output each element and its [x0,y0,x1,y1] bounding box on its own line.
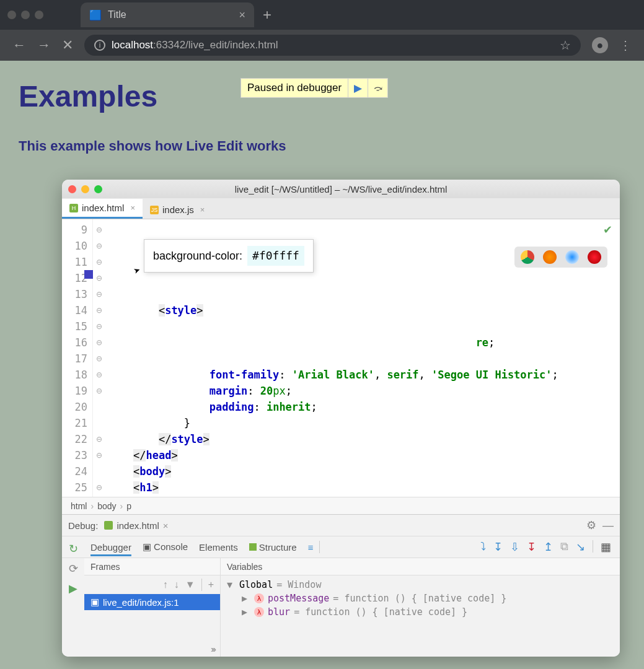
editor-tab-index-html[interactable]: H index.html × [62,199,143,219]
debug-side-toolbar: ⟳ ▶ [62,558,84,657]
url-input[interactable]: i localhost:63342/live_edit/index.html ☆ [84,35,581,56]
fold-marker-icon[interactable]: ⊖ [93,351,105,367]
ide-minimize-button[interactable] [81,185,89,193]
window-minimize-button[interactable] [21,11,30,19]
var-row-blur[interactable]: ▶ λ blur = function () { [native code] } [227,605,614,619]
stop-button[interactable]: ✕ [62,37,73,53]
code-line[interactable] [108,318,620,334]
code-line[interactable]: } [108,415,620,431]
code-line[interactable]: <style> [108,302,620,318]
add-icon[interactable]: + [208,579,214,590]
variables-tree[interactable]: ▼ Global = Window ▶ λ postMessage = func… [221,575,620,621]
no-problems-icon[interactable]: ✔ [603,223,612,237]
var-row-global[interactable]: ▼ Global = Window [227,578,614,592]
resume-icon[interactable]: ▶ [69,582,77,595]
fold-marker-icon[interactable]: ⊖ [93,383,105,399]
fold-marker-icon[interactable]: ⊖ [93,334,105,351]
chevron-down-icon[interactable]: ▼ [227,579,236,590]
close-tab-button[interactable]: × [239,9,245,22]
chevron-right-icon[interactable]: ▶ [242,593,250,604]
fold-marker-icon[interactable]: ⊖ [93,431,105,447]
code-line[interactable]: <h1> [108,479,620,496]
color-swatch-icon[interactable] [84,270,93,279]
new-tab-button[interactable]: + [263,6,271,24]
step-out-icon[interactable]: ↧ [527,540,536,554]
breadcrumb-item[interactable]: body [97,501,116,511]
ide-close-button[interactable] [68,185,76,193]
stack-frame[interactable]: ▣ live_edit/index.js:1 [84,594,220,610]
evaluate-icon[interactable]: ⧉ [560,540,568,554]
step-over-icon[interactable]: ⤵ [480,540,486,554]
more-icon[interactable]: » [211,644,216,654]
window-close-button[interactable] [7,11,16,19]
window-maximize-button[interactable] [35,11,43,19]
step-over-button[interactable]: ⤼ [368,79,387,97]
filter-icon[interactable]: ▼ [185,579,195,590]
force-step-into-icon[interactable]: ⇩ [510,540,519,554]
code-line[interactable]: </head> [108,447,620,463]
fold-marker-icon[interactable] [93,415,105,431]
chrome-icon[interactable] [521,250,534,264]
forward-button[interactable]: → [37,37,51,53]
threads-icon[interactable]: ≡ [308,542,314,553]
next-frame-icon[interactable]: ↓ [174,579,179,590]
fold-marker-icon[interactable]: ⊖ [93,254,105,270]
rerun-button[interactable]: ↻ [69,542,78,556]
refresh-icon[interactable]: ⟳ [69,562,78,575]
code-line[interactable]: </style> [108,431,620,447]
firefox-icon[interactable] [543,250,557,264]
code-line[interactable] [108,351,620,367]
gear-icon[interactable]: ⚙ [586,518,596,532]
fold-marker-icon[interactable]: ⊖ [93,270,105,286]
code-line[interactable]: <body> [108,463,620,479]
code-line[interactable]: margin: 20px; [108,383,620,399]
fold-marker-icon[interactable]: ⊖ [93,302,105,318]
code-line[interactable]: font-family: 'Arial Black', serif, 'Sego… [108,367,620,383]
profile-button[interactable]: ● [592,37,608,53]
breadcrumb-item[interactable]: p [126,501,131,511]
fold-marker-icon[interactable]: ⊖ [93,238,105,254]
prev-frame-icon[interactable]: ↑ [163,579,168,590]
back-button[interactable]: ← [12,37,26,53]
close-tab-icon[interactable]: × [130,203,135,212]
fold-marker-icon[interactable]: ⊖ [93,447,105,463]
fold-marker-icon[interactable]: ⊖ [93,367,105,383]
code-line[interactable]: padding: inherit; [108,399,620,415]
bookmark-icon[interactable]: ☆ [560,38,571,53]
ide-titlebar[interactable]: live_edit [~/WS/untitled] – ~/WS/live_ed… [62,180,620,198]
run-to-cursor-icon[interactable]: ↥ [544,540,553,554]
elements-tab[interactable]: Elements [199,542,238,553]
code-line[interactable]: re; [108,334,620,351]
menu-button[interactable]: ⋮ [619,38,632,53]
close-icon[interactable]: × [163,520,169,531]
editor-tab-index-js[interactable]: JS index.js × [143,201,212,219]
fold-marker-icon[interactable]: ⊖ [93,479,105,496]
fold-marker-icon[interactable] [93,399,105,415]
var-name: Global [239,579,273,590]
fold-marker-icon[interactable]: ⊖ [93,222,105,238]
ide-maximize-button[interactable] [94,185,102,193]
opera-icon[interactable] [588,250,601,264]
chevron-right-icon[interactable]: ▶ [242,606,250,618]
fold-marker-icon[interactable]: ⊖ [93,286,105,302]
safari-icon[interactable] [565,250,579,264]
close-tab-icon[interactable]: × [200,205,205,214]
structure-tab[interactable]: Structure [249,542,297,553]
code-line[interactable]: Examples [108,496,620,497]
debug-run-config-tab[interactable]: index.html × [104,520,168,531]
step-into-icon[interactable]: ↧ [493,540,503,554]
console-tab[interactable]: ▣ Console [143,541,188,553]
calculator-icon[interactable]: ▦ [601,540,611,554]
fold-marker-icon[interactable] [93,463,105,479]
fold-marker-icon[interactable]: ⊖ [93,318,105,334]
debugger-tab[interactable]: Debugger [90,542,131,553]
minimize-icon[interactable]: — [602,519,614,532]
breadcrumb-item[interactable]: html [71,501,87,511]
var-row-postmessage[interactable]: ▶ λ postMessage = function () { [native … [227,592,614,605]
drop-frame-icon[interactable]: ↘ [576,540,585,554]
site-info-icon[interactable]: i [94,40,105,51]
editor-area[interactable]: 910111213141516171819202122232425 ⊖⊖⊖⊖⊖⊖… [62,219,620,497]
line-number: 20 [62,399,87,415]
resume-button[interactable]: ▶ [348,79,368,97]
browser-tab[interactable]: 🟦 Title × [81,2,254,27]
